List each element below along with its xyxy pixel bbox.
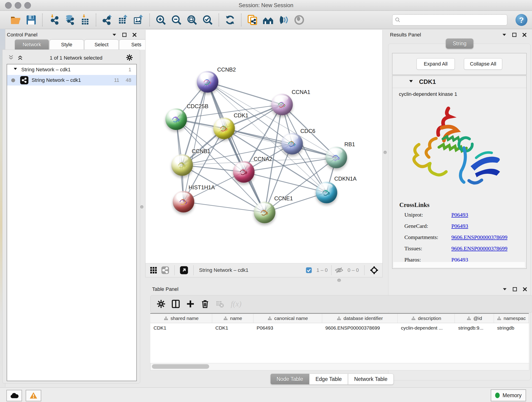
- gray-eye-icon[interactable]: [293, 14, 305, 26]
- grid-view-icon[interactable]: [150, 266, 157, 274]
- edge[interactable]: [208, 82, 282, 104]
- close-panel-icon[interactable]: [522, 286, 528, 292]
- birdseye-view-icon[interactable]: [180, 266, 188, 274]
- cell--id[interactable]: stringdb:9...: [455, 325, 494, 331]
- collapse-all-button[interactable]: Collapse All: [464, 58, 502, 70]
- show-columns-icon[interactable]: [170, 298, 182, 310]
- vertical-splitter-grip-right[interactable]: [384, 151, 387, 154]
- search-icon: [395, 17, 401, 23]
- network-list: String Network – cdk1 1 String Network –…: [7, 64, 137, 381]
- search-input[interactable]: [403, 15, 507, 25]
- column-header-canonical-name[interactable]: canonical name: [253, 314, 322, 323]
- column-header-shared-name[interactable]: shared name: [150, 314, 212, 323]
- node-cdkn1a[interactable]: [316, 182, 337, 203]
- node-ccnb2[interactable]: [197, 71, 218, 93]
- cloud-icon[interactable]: [6, 390, 22, 401]
- tab-network-table[interactable]: Network Table: [348, 374, 394, 385]
- tab-network[interactable]: Network: [15, 39, 49, 50]
- node-cdc25b[interactable]: [165, 108, 187, 130]
- column-header-description[interactable]: description: [398, 314, 455, 323]
- tab-style[interactable]: Style: [50, 39, 84, 50]
- table-horizontal-scrollbar[interactable]: [150, 363, 529, 370]
- export-table-icon[interactable]: [117, 14, 129, 26]
- float-panel-icon[interactable]: [511, 32, 517, 38]
- horizontal-splitter-grip[interactable]: [337, 279, 341, 282]
- edge[interactable]: [224, 128, 336, 157]
- tab-select[interactable]: Select: [84, 39, 119, 50]
- column-header--id[interactable]: @id: [455, 314, 494, 323]
- export-image-icon[interactable]: [132, 14, 145, 26]
- crosslink-link[interactable]: 9606.ENSP00000378699: [451, 234, 507, 240]
- column-header-namespac[interactable]: namespac: [494, 314, 529, 323]
- panel-menu-triangle-icon[interactable]: [502, 286, 508, 292]
- node-rb1[interactable]: [326, 147, 347, 168]
- node-ccna1[interactable]: [271, 94, 293, 115]
- zoom-in-icon[interactable]: [155, 14, 167, 26]
- zoom-fit-icon[interactable]: [186, 14, 198, 26]
- node-ccne1[interactable]: [254, 202, 275, 223]
- cell-canonical-name[interactable]: P06493: [253, 325, 322, 331]
- float-panel-icon[interactable]: [121, 32, 127, 38]
- delete-columns-icon[interactable]: [199, 298, 211, 310]
- close-panel-icon[interactable]: [132, 32, 138, 38]
- share-view-icon[interactable]: [161, 266, 169, 274]
- node-section-header[interactable]: CDK1: [393, 76, 526, 88]
- houses-icon[interactable]: [262, 14, 274, 26]
- selected-checkbox-icon[interactable]: [305, 267, 312, 274]
- table-options-gear-icon[interactable]: [155, 298, 167, 310]
- crosshair-icon[interactable]: [370, 266, 379, 275]
- tab-edge-table[interactable]: Edge Table: [309, 374, 348, 385]
- panel-menu-triangle-icon[interactable]: [111, 32, 117, 38]
- node-ccnb1[interactable]: [171, 154, 193, 176]
- network-canvas[interactable]: CCNB2 CCNA1 CDC25B CDK1 CDC6 RB1 CCNB1 C…: [145, 30, 383, 263]
- cell-namespac[interactable]: stringdb: [494, 325, 529, 331]
- export-network-icon[interactable]: [101, 14, 114, 26]
- tab-string[interactable]: String: [446, 38, 473, 49]
- zoom-selected-icon[interactable]: [201, 14, 214, 26]
- scrollbar-thumb[interactable]: [152, 364, 209, 369]
- vertical-splitter-grip[interactable]: [140, 205, 143, 209]
- zoom-out-icon[interactable]: [170, 14, 183, 26]
- eye-waves-icon[interactable]: [278, 14, 290, 26]
- column-header-name[interactable]: name: [212, 314, 253, 323]
- cell-description[interactable]: cyclin-dependent ...: [398, 325, 455, 331]
- edge[interactable]: [208, 82, 265, 212]
- column-header-database-identifier[interactable]: database identifier: [322, 314, 398, 323]
- crosslink-link[interactable]: P06493: [451, 212, 468, 218]
- float-panel-icon[interactable]: [512, 286, 518, 292]
- panel-menu-triangle-icon[interactable]: [501, 32, 507, 38]
- crosslink-link[interactable]: 9606.ENSP00000378699: [451, 245, 507, 252]
- help-icon[interactable]: ?: [515, 14, 527, 26]
- network-options-gear-icon[interactable]: [126, 54, 133, 62]
- warning-icon[interactable]: [26, 390, 41, 401]
- network-from-selection-icon[interactable]: [246, 14, 259, 26]
- collapse-triangle-icon[interactable]: [409, 79, 413, 85]
- crosslink-link[interactable]: P06493: [451, 223, 468, 229]
- node-ccna2[interactable]: [233, 161, 254, 183]
- expand-all-networks-icon[interactable]: [8, 55, 14, 61]
- import-network-icon[interactable]: [47, 14, 60, 26]
- edge[interactable]: [184, 82, 208, 202]
- node-hist1h1a[interactable]: [173, 191, 194, 212]
- edge[interactable]: [184, 202, 265, 212]
- create-column-icon[interactable]: [184, 298, 196, 310]
- network-collection-row[interactable]: String Network – cdk1 1: [7, 64, 136, 75]
- cell-name[interactable]: CDK1: [212, 325, 253, 331]
- save-session-icon[interactable]: [25, 14, 37, 26]
- cell-database-identifier[interactable]: 9606.ENSP00000378699: [322, 325, 398, 331]
- node-cdc6[interactable]: [281, 133, 303, 154]
- import-table-icon[interactable]: [79, 14, 91, 26]
- node-cdk1[interactable]: [213, 118, 235, 139]
- import-network-database-icon[interactable]: [63, 14, 75, 26]
- table-row[interactable]: CDK1CDK1P064939606.ENSP00000378699cyclin…: [150, 323, 529, 333]
- network-row-selected[interactable]: String Network – cdk1 11 48: [7, 75, 136, 85]
- cell-shared-name[interactable]: CDK1: [150, 325, 212, 331]
- memory-button[interactable]: Memory: [491, 389, 526, 401]
- open-session-icon[interactable]: [9, 14, 22, 26]
- tab-node-table[interactable]: Node Table: [270, 374, 309, 385]
- collapse-triangle-icon[interactable]: [13, 67, 18, 73]
- close-panel-icon[interactable]: [521, 32, 527, 38]
- apply-layout-icon[interactable]: [224, 14, 236, 26]
- expand-all-button[interactable]: Expand All: [417, 58, 455, 70]
- collapse-all-networks-icon[interactable]: [17, 55, 23, 61]
